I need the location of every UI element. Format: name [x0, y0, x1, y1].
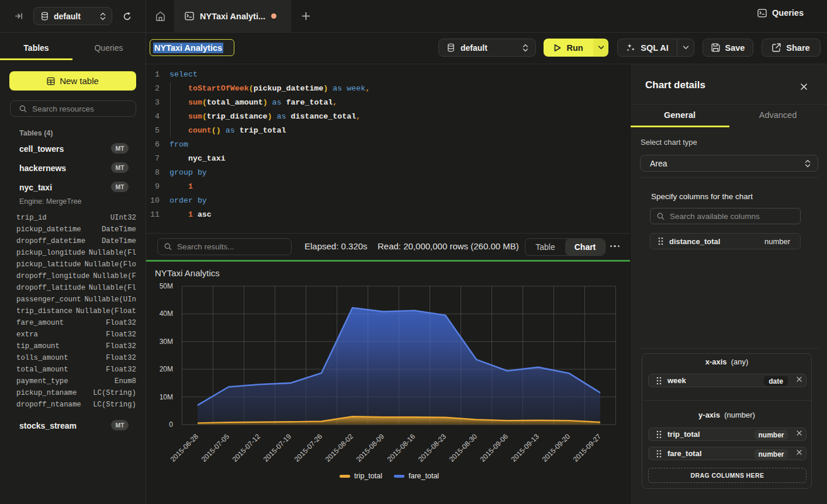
svg-text:50M: 50M [160, 282, 173, 290]
svg-text:2015-09-20: 2015-09-20 [541, 432, 572, 464]
svg-text:2015-07-05: 2015-07-05 [200, 432, 231, 464]
svg-text:2015-08-02: 2015-08-02 [324, 432, 355, 464]
svg-text:2015-09-06: 2015-09-06 [479, 432, 510, 464]
svg-text:2015-08-16: 2015-08-16 [386, 432, 417, 464]
svg-text:2015-07-12: 2015-07-12 [231, 432, 262, 464]
svg-text:2015-08-09: 2015-08-09 [355, 432, 386, 464]
svg-text:2015-09-13: 2015-09-13 [510, 432, 541, 464]
svg-text:40M: 40M [160, 310, 173, 318]
svg-text:20M: 20M [160, 365, 173, 373]
svg-text:2015-08-30: 2015-08-30 [448, 432, 479, 464]
svg-text:2015-06-28: 2015-06-28 [169, 432, 200, 464]
svg-text:10M: 10M [160, 393, 173, 401]
svg-text:30M: 30M [160, 338, 173, 346]
svg-text:2015-08-23: 2015-08-23 [417, 432, 448, 464]
svg-text:2015-09-27: 2015-09-27 [572, 432, 603, 464]
svg-text:0: 0 [169, 420, 173, 429]
svg-text:2015-07-26: 2015-07-26 [293, 432, 324, 464]
svg-text:2015-07-19: 2015-07-19 [262, 432, 293, 464]
